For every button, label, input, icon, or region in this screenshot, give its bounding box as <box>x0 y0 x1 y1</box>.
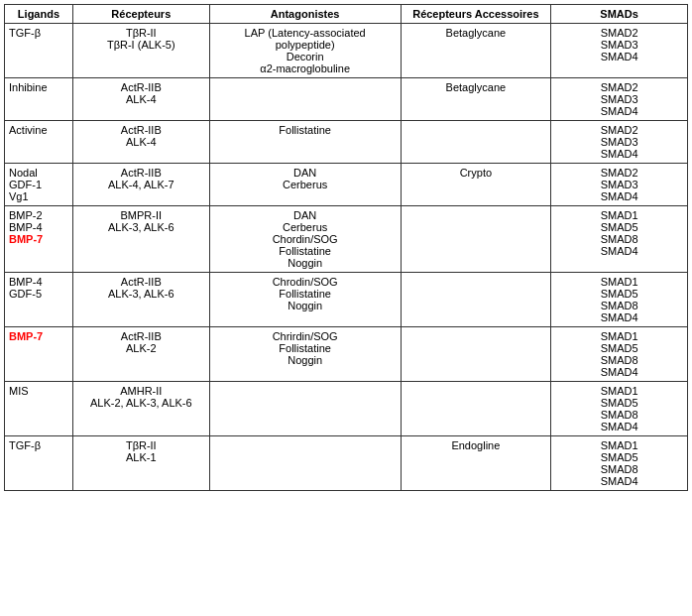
cell-accessoires: Betaglycane <box>401 78 551 121</box>
cell-ligands: MIS <box>5 382 73 436</box>
cell-accessoires <box>401 206 551 273</box>
cell-ligands: BMP-7 <box>5 327 73 382</box>
cell-accessoires <box>401 327 551 382</box>
cell-antagonistes: DANCerberus <box>209 164 401 206</box>
bmp7-red: BMP-7 <box>9 233 43 245</box>
table-row: BMP-7ActR-IIBALK-2Chrirdin/SOGFollistati… <box>5 327 688 382</box>
cell-antagonistes <box>209 382 401 436</box>
cell-antagonistes: LAP (Latency-associated polypeptide)Deco… <box>209 24 401 78</box>
bmp7-red-single: BMP-7 <box>9 330 43 342</box>
table-row: NodalGDF-1Vg1ActR-IIBALK-4, ALK-7DANCerb… <box>5 164 688 206</box>
cell-accessoires: Crypto <box>401 164 551 206</box>
cell-recepteurs: ActR-IIBALK-2 <box>72 327 209 382</box>
cell-ligands: Activine <box>5 121 73 164</box>
main-table: Ligands Récepteurs Antagonistes Récepteu… <box>4 4 688 491</box>
table-row: InhibineActR-IIBALK-4BetaglycaneSMAD2SMA… <box>5 78 688 121</box>
col-header-smads: SMADs <box>551 5 688 24</box>
cell-ligands: TGF-β <box>5 436 73 491</box>
cell-antagonistes: Chrirdin/SOGFollistatineNoggin <box>209 327 401 382</box>
cell-accessoires: Betaglycane <box>401 24 551 78</box>
cell-recepteurs: TβR-IIALK-1 <box>72 436 209 491</box>
col-header-ligands: Ligands <box>5 5 73 24</box>
cell-smads: SMAD2SMAD3SMAD4 <box>551 24 688 78</box>
cell-recepteurs: BMPR-IIALK-3, ALK-6 <box>72 206 209 273</box>
table-row: MISAMHR-IIALK-2, ALK-3, ALK-6SMAD1SMAD5S… <box>5 382 688 436</box>
col-header-antagonistes: Antagonistes <box>209 5 401 24</box>
cell-ligands: BMP-2BMP-4BMP-7 <box>5 206 73 273</box>
cell-recepteurs: ActR-IIBALK-4 <box>72 121 209 164</box>
cell-recepteurs: ActR-IIBALK-3, ALK-6 <box>72 273 209 327</box>
cell-recepteurs: TβR-IITβR-I (ALK-5) <box>72 24 209 78</box>
col-header-recepteurs: Récepteurs <box>72 5 209 24</box>
cell-antagonistes: DANCerberusChordin/SOGFollistatineNoggin <box>209 206 401 273</box>
cell-smads: SMAD1SMAD5SMAD8SMAD4 <box>551 436 688 491</box>
cell-smads: SMAD2SMAD3SMAD4 <box>551 121 688 164</box>
cell-accessoires <box>401 121 551 164</box>
cell-antagonistes: Chrodin/SOGFollistatineNoggin <box>209 273 401 327</box>
cell-smads: SMAD2SMAD3SMAD4 <box>551 164 688 206</box>
table-row: TGF-βTβR-IITβR-I (ALK-5)LAP (Latency-ass… <box>5 24 688 78</box>
table-row: ActivineActR-IIBALK-4FollistatineSMAD2SM… <box>5 121 688 164</box>
cell-antagonistes <box>209 78 401 121</box>
cell-ligands: BMP-4GDF-5 <box>5 273 73 327</box>
cell-smads: SMAD2SMAD3SMAD4 <box>551 78 688 121</box>
cell-recepteurs: ActR-IIBALK-4, ALK-7 <box>72 164 209 206</box>
cell-smads: SMAD1SMAD5SMAD8SMAD4 <box>551 206 688 273</box>
cell-smads: SMAD1SMAD5SMAD8SMAD4 <box>551 273 688 327</box>
cell-ligands: Inhibine <box>5 78 73 121</box>
cell-accessoires: Endogline <box>401 436 551 491</box>
cell-smads: SMAD1SMAD5SMAD8SMAD4 <box>551 382 688 436</box>
cell-ligands: TGF-β <box>5 24 73 78</box>
table-row: TGF-βTβR-IIALK-1EndoglineSMAD1SMAD5SMAD8… <box>5 436 688 491</box>
cell-antagonistes: Follistatine <box>209 121 401 164</box>
col-header-accessoires: Récepteurs Accessoires <box>401 5 551 24</box>
cell-accessoires <box>401 382 551 436</box>
cell-recepteurs: ActR-IIBALK-4 <box>72 78 209 121</box>
cell-smads: SMAD1SMAD5SMAD8SMAD4 <box>551 327 688 382</box>
cell-ligands: NodalGDF-1Vg1 <box>5 164 73 206</box>
cell-antagonistes <box>209 436 401 491</box>
cell-recepteurs: AMHR-IIALK-2, ALK-3, ALK-6 <box>72 382 209 436</box>
header-row: Ligands Récepteurs Antagonistes Récepteu… <box>5 5 688 24</box>
cell-accessoires <box>401 273 551 327</box>
table-row: BMP-2BMP-4BMP-7BMPR-IIALK-3, ALK-6DANCer… <box>5 206 688 273</box>
table-row: BMP-4GDF-5ActR-IIBALK-3, ALK-6Chrodin/SO… <box>5 273 688 327</box>
